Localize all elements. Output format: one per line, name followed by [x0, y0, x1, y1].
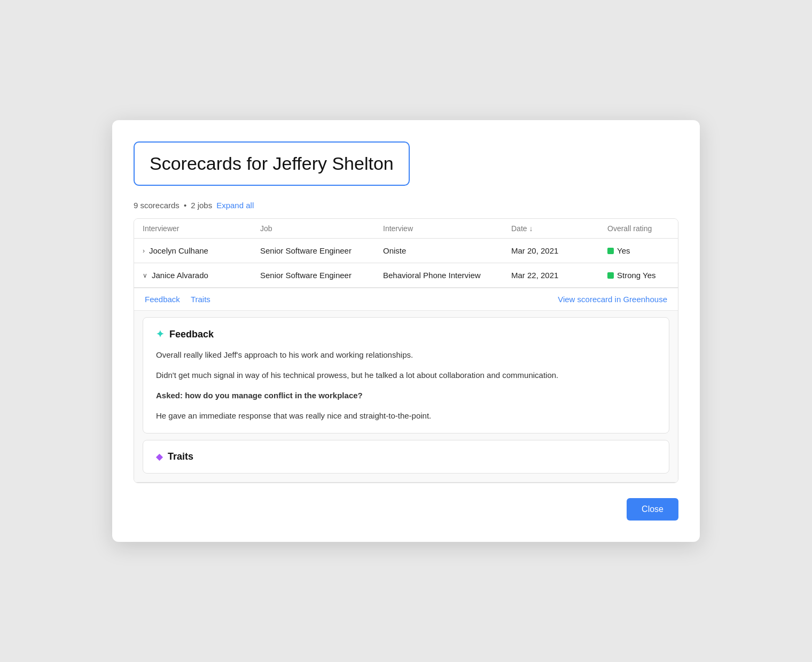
summary-bar: 9 scorecards • 2 jobs Expand all [134, 201, 678, 210]
rating-dot-1 [607, 248, 614, 254]
interviewer-name-1: Jocelyn Culhane [149, 246, 208, 255]
table-header: Interviewer Job Interview Date ↓ Overall… [134, 219, 678, 239]
view-scorecard-link[interactable]: View scorecard in Greenhouse [558, 295, 667, 304]
modal-title: Scorecards for Jeffery Shelton [150, 153, 394, 174]
traits-section-title: ◆ Traits [156, 451, 656, 462]
interview-1: Oniste [383, 246, 511, 255]
header-date: Date ↓ [511, 224, 607, 233]
header-interviewer: Interviewer [143, 224, 260, 233]
traits-section-card: ◆ Traits [143, 440, 669, 474]
modal-footer: Close [134, 498, 678, 521]
rating-value-1: Yes [617, 246, 630, 255]
interviewer-cell-2: ∨ Janice Alvarado [143, 271, 260, 280]
interview-2: Behavioral Phone Interview [383, 271, 511, 280]
feedback-para-1: Overall really liked Jeff's approach to … [156, 349, 656, 361]
expanded-tabs-bar: Feedback Traits View scorecard in Greenh… [134, 288, 678, 311]
expand-all-button[interactable]: Expand all [216, 201, 254, 210]
expanded-row-content: Feedback Traits View scorecard in Greenh… [134, 288, 678, 483]
rating-value-2: Strong Yes [617, 271, 656, 280]
feedback-sparkle-icon: ✦ [156, 328, 164, 340]
rating-dot-2 [607, 272, 614, 279]
separator-dot: • [184, 201, 186, 210]
feedback-para-4: He gave an immediate response that was r… [156, 409, 656, 422]
sort-down-icon: ↓ [529, 224, 533, 233]
job-1: Senior Software Engineer [260, 246, 383, 255]
scorecards-modal: Scorecards for Jeffery Shelton 9 scoreca… [112, 120, 700, 542]
expand-chevron-1[interactable]: › [143, 247, 145, 255]
rating-cell-2: Strong Yes [607, 271, 669, 280]
feedback-para-3: Asked: how do you manage conflict in the… [156, 389, 656, 402]
tab-links: Feedback Traits [145, 295, 210, 304]
rating-cell-1: Yes [607, 246, 669, 255]
header-interview: Interview [383, 224, 511, 233]
table-row: ∨ Janice Alvarado Senior Software Engine… [134, 263, 678, 288]
title-box: Scorecards for Jeffery Shelton [134, 141, 410, 186]
feedback-section-title: ✦ Feedback [156, 328, 656, 340]
tab-feedback[interactable]: Feedback [145, 295, 180, 304]
interviewer-cell-1: › Jocelyn Culhane [143, 246, 260, 255]
feedback-body: Overall really liked Jeff's approach to … [156, 349, 656, 422]
interviewer-name-2: Janice Alvarado [152, 271, 208, 280]
feedback-para-2: Didn't get much signal in way of his tec… [156, 369, 656, 382]
close-button[interactable]: Close [627, 498, 678, 521]
date-2: Mar 22, 2021 [511, 271, 607, 280]
feedback-section-card: ✦ Feedback Overall really liked Jeff's a… [143, 317, 669, 434]
job-count: 2 jobs [191, 201, 212, 210]
header-job: Job [260, 224, 383, 233]
date-1: Mar 20, 2021 [511, 246, 607, 255]
job-2: Senior Software Engineer [260, 271, 383, 280]
table-row: › Jocelyn Culhane Senior Software Engine… [134, 239, 678, 263]
scorecards-table: Interviewer Job Interview Date ↓ Overall… [134, 218, 678, 483]
scorecard-count: 9 scorecards [134, 201, 179, 210]
traits-diamond-icon: ◆ [156, 452, 162, 462]
tab-traits[interactable]: Traits [191, 295, 210, 304]
header-overall-rating: Overall rating [607, 224, 669, 233]
collapse-chevron-2[interactable]: ∨ [143, 272, 147, 279]
